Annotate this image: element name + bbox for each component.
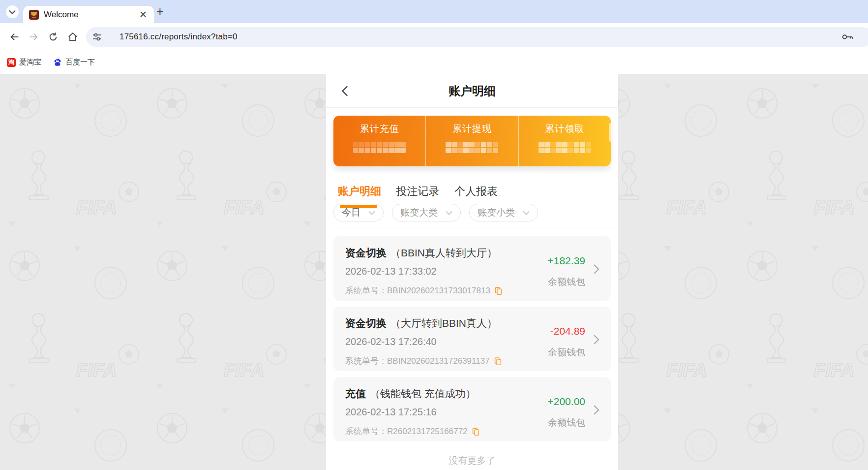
tab-bet-records[interactable]: 投注记录 [396, 184, 439, 199]
masked-value [353, 142, 406, 153]
transaction-type: 资金切换 [345, 247, 387, 258]
stat-label: 累计充值 [333, 123, 425, 135]
stat-label: 累计领取 [519, 123, 611, 135]
transaction-order-row: 系统单号：BBIN202602131726391137 [345, 355, 502, 367]
tab-title: Welcome [44, 10, 137, 20]
stats-scrollbar-thumb[interactable] [609, 123, 612, 142]
web-page: FIFA 账户明细 累计充值 累计提现 累计领取 [0, 74, 868, 470]
forward-button[interactable] [27, 30, 40, 44]
page-title: 账户明细 [326, 74, 618, 108]
tab-close-icon[interactable]: ✕ [137, 9, 149, 20]
back-arrow-icon [9, 31, 20, 42]
chevron-right-icon[interactable] [593, 405, 600, 415]
url-bar[interactable]: 175616.cc/reports/index?tab=0 [86, 27, 868, 47]
filter-label: 账变大类 [400, 206, 438, 219]
forward-arrow-icon [28, 31, 39, 42]
bookmark-baidu[interactable]: 百度一下 [53, 58, 95, 67]
wallet-label: 余额钱包 [548, 346, 585, 359]
order-label: 系统单号： [345, 426, 387, 437]
account-detail-panel: 账户明细 累计充值 累计提现 累计领取 账户明细 投注记录 个人报表 [326, 74, 618, 470]
taobao-icon: 淘 [7, 58, 16, 67]
masked-value [446, 142, 498, 153]
tab-search-button[interactable] [6, 5, 19, 18]
transaction-amount: +182.39 [548, 255, 586, 267]
password-key-icon[interactable] [841, 32, 853, 42]
transaction-list: 资金切换（BBIN真人转到大厅） 2026-02-13 17:33:02 系统单… [326, 227, 618, 467]
copy-icon[interactable] [494, 357, 502, 365]
wallet-label: 余额钱包 [548, 276, 585, 288]
filter-major-type-dropdown[interactable]: 账变大类 [392, 204, 461, 221]
transaction-amount: +200.00 [548, 396, 586, 407]
copy-icon[interactable] [472, 427, 480, 436]
home-button[interactable] [66, 30, 80, 44]
back-chevron-icon[interactable] [339, 85, 352, 97]
transaction-time: 2026-02-13 17:25:16 [345, 407, 437, 418]
report-tabs: 账户明细 投注记录 个人报表 [326, 174, 618, 199]
chevron-right-icon[interactable] [593, 334, 600, 345]
transaction-type: 资金切换 [345, 317, 387, 329]
reload-button[interactable] [46, 30, 60, 44]
page-header: 账户明细 [326, 74, 618, 108]
back-button[interactable] [8, 30, 22, 44]
url-text[interactable]: 175616.cc/reports/index?tab=0 [120, 32, 238, 42]
browser-tab[interactable]: Welcome ✕ [23, 6, 154, 23]
masked-value [539, 142, 591, 153]
transaction-desc: （钱能钱包 充值成功） [370, 388, 476, 399]
filter-minor-type-dropdown[interactable]: 账变小类 [469, 204, 538, 221]
wallet-label: 余额钱包 [548, 416, 585, 429]
browser-toolbar: 175616.cc/reports/index?tab=0 [0, 23, 868, 51]
transaction-row[interactable]: 资金切换（大厅转到BBIN真人） 2026-02-13 17:26:40 系统单… [333, 307, 611, 371]
baidu-paw-icon [53, 58, 62, 67]
chevron-down-icon [368, 211, 375, 215]
transaction-time: 2026-02-13 17:33:02 [345, 266, 437, 277]
transaction-desc: （大厅转到BBIN真人） [390, 317, 497, 329]
chevron-right-icon[interactable] [593, 264, 600, 275]
transaction-time: 2026-02-13 17:26:40 [345, 336, 437, 347]
site-settings-icon[interactable] [92, 32, 102, 42]
tab-account-detail[interactable]: 账户明细 [338, 184, 381, 199]
order-number: R2602131725166772 [387, 427, 468, 437]
transaction-row[interactable]: 资金切换（BBIN真人转到大厅） 2026-02-13 17:33:02 系统单… [333, 236, 611, 301]
browser-tab-strip: Welcome ✕ + [0, 0, 868, 23]
filter-label: 账变小类 [478, 206, 515, 219]
stats-summary-card: 累计充值 累计提现 累计领取 [333, 116, 611, 166]
transaction-type: 充值 [345, 388, 366, 399]
active-tab-underline [340, 205, 377, 208]
site-favicon [29, 10, 39, 20]
order-number: BBIN202602131726391137 [387, 356, 490, 366]
chevron-down-icon [523, 211, 530, 215]
order-number: BBIN202602131733017813 [387, 286, 490, 296]
stat-label: 累计提现 [426, 123, 518, 135]
stat-total-claimed: 累计领取 [518, 116, 611, 166]
no-more-text: 没有更多了 [333, 454, 611, 467]
chevron-down-icon [446, 211, 452, 215]
order-label: 系统单号： [345, 285, 387, 296]
bookmark-taobao[interactable]: 淘 爱淘宝 [7, 58, 41, 67]
new-tab-button[interactable]: + [156, 5, 164, 18]
chevron-down-icon [9, 10, 16, 14]
order-label: 系统单号： [345, 355, 387, 367]
bookmark-label: 爱淘宝 [19, 58, 41, 67]
home-icon [67, 31, 78, 42]
transaction-amount: -204.89 [550, 325, 585, 337]
transaction-row[interactable]: 充值（钱能钱包 充值成功） 2026-02-13 17:25:16 系统单号：R… [333, 377, 611, 441]
bookmark-label: 百度一下 [65, 58, 95, 67]
copy-icon[interactable] [494, 286, 503, 295]
transaction-order-row: 系统单号：BBIN202602131733017813 [345, 285, 503, 296]
transaction-order-row: 系统单号：R2602131725166772 [345, 426, 480, 437]
reload-icon [48, 31, 59, 42]
bookmarks-bar: 淘 爱淘宝 百度一下 [0, 51, 868, 74]
transaction-desc: （BBIN真人转到大厅） [390, 247, 497, 258]
stat-total-withdraw: 累计提现 [425, 116, 518, 166]
stat-total-deposit: 累计充值 [333, 116, 425, 166]
tab-personal-report[interactable]: 个人报表 [454, 184, 498, 199]
